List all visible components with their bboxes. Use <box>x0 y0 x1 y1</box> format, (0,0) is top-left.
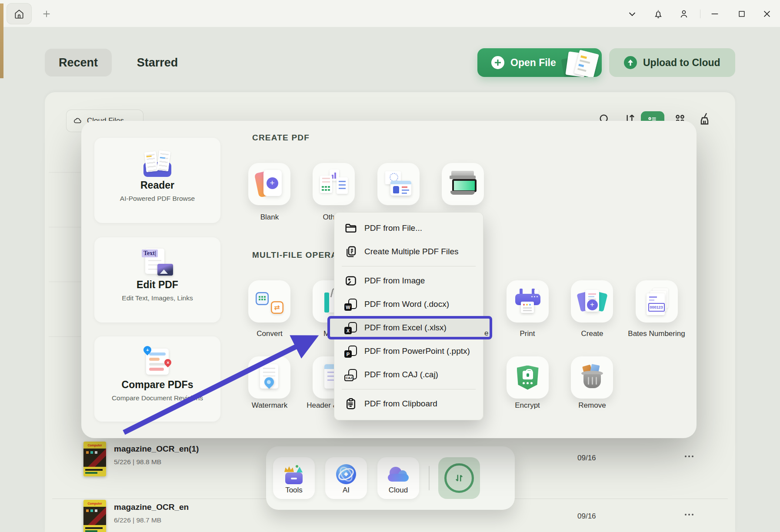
excel-file-icon: X <box>344 321 357 334</box>
list-row-line <box>49 282 81 282</box>
bates-numbering-icon: 000123 <box>643 288 671 315</box>
bates-badge: 000123 <box>648 303 665 312</box>
tab-recent[interactable]: Recent <box>45 49 112 76</box>
menu-item-pdf-from-excel[interactable]: X PDF from Excel (.xlsx) <box>327 316 492 339</box>
menu-item-label: PDF from Image <box>364 276 425 286</box>
list-row-line <box>49 227 81 227</box>
menu-item-create-multiple[interactable]: Create Multiple PDF Files <box>334 240 483 263</box>
menu-item-label: PDF from PowerPoint (.pptx) <box>364 346 470 356</box>
dock-divider <box>429 466 430 490</box>
menu-item-pdf-from-word[interactable]: W PDF from Word (.docx) <box>334 293 483 316</box>
edit-pdf-card[interactable]: Text| Edit PDF Edit Text, Images, Links <box>94 237 220 323</box>
create-tile[interactable]: + <box>571 280 613 323</box>
account-button[interactable] <box>678 8 690 20</box>
folder-icon <box>344 222 357 235</box>
create-others-tile[interactable] <box>313 163 355 205</box>
upload-arrow-icon <box>624 56 637 69</box>
maximize-button[interactable] <box>736 8 748 20</box>
cloud-storage-icon <box>387 466 410 483</box>
minimize-button[interactable] <box>709 8 721 20</box>
create-blank-tile[interactable]: + <box>248 163 290 205</box>
dock-cloud-label: Cloud <box>389 486 408 495</box>
menu-item-pdf-from-clipboard[interactable]: PDF from Clipboard <box>334 392 483 416</box>
home-icon <box>13 8 25 20</box>
menu-item-label: PDF from Excel (.xlsx) <box>364 323 447 332</box>
id-card-icon <box>384 171 413 197</box>
tab-starred[interactable]: Starred <box>127 49 188 76</box>
file-more-button[interactable] <box>682 509 697 520</box>
dock-ai-label: AI <box>343 486 350 495</box>
reader-card[interactable]: Reader AI-Powered PDF Browse <box>94 138 220 223</box>
menu-item-pdf-from-image[interactable]: PDF from Image <box>334 269 483 293</box>
menu-item-pdf-from-file[interactable]: PDF from File... <box>334 216 483 240</box>
remove-label: Remove <box>578 401 606 410</box>
print-label: Print <box>520 329 535 338</box>
encrypt-tile[interactable] <box>507 356 549 399</box>
titlebar <box>0 0 780 27</box>
notifications-button[interactable] <box>652 8 664 20</box>
magazine-cover-title: Computer <box>87 444 102 447</box>
menu-item-label: PDF from File... <box>364 223 422 233</box>
create-pdf-menu: PDF from File... Create Multiple PDF Fil… <box>334 212 483 420</box>
upload-to-cloud-button[interactable]: Upload to Cloud <box>609 48 735 77</box>
blank-document-icon: + <box>257 170 283 199</box>
remove-tile[interactable] <box>571 356 613 399</box>
upload-label: Upload to Cloud <box>643 57 720 69</box>
text-cursor-icon: Text| <box>142 249 158 257</box>
magazine-cover-title: Computer <box>87 502 102 505</box>
image-icon <box>344 274 357 287</box>
file-name[interactable]: magazine_OCR_en <box>114 502 189 512</box>
menu-divider <box>342 389 476 389</box>
menu-item-pdf-from-caj[interactable]: CAJ PDF from CAJ (.caj) <box>334 363 483 386</box>
dock-cloud-button[interactable]: Cloud <box>377 457 419 499</box>
others-documents-icon <box>320 170 348 199</box>
file-name[interactable]: magazine_OCR_en(1) <box>114 444 199 454</box>
edit-pdf-subtitle: Edit Text, Images, Links <box>122 294 193 302</box>
file-date: 09/16 <box>577 454 596 462</box>
window-edge <box>0 3 3 78</box>
cloud-icon <box>73 116 83 126</box>
create-idcard-tile[interactable] <box>377 163 420 205</box>
transfer-button[interactable] <box>438 457 480 499</box>
convert-tile[interactable]: ⇄ <box>248 280 290 323</box>
menu-item-label: Create Multiple PDF Files <box>364 247 458 256</box>
file-meta: 5/226 | 98.8 MB <box>114 458 161 466</box>
dock-ai-button[interactable]: AI <box>325 457 367 499</box>
word-file-icon: W <box>344 298 357 311</box>
encrypt-shield-icon <box>517 366 539 390</box>
clean-broom-icon[interactable] <box>697 111 713 127</box>
home-tab[interactable] <box>7 3 32 24</box>
new-tab-button[interactable] <box>42 9 51 19</box>
blank-label: Blank <box>260 213 279 222</box>
file-more-button[interactable] <box>682 451 697 462</box>
menu-item-pdf-from-powerpoint[interactable]: P PDF from PowerPoint (.pptx) <box>334 339 483 363</box>
file-thumbnail[interactable]: Computer <box>83 442 106 476</box>
scanner-icon <box>449 171 477 198</box>
bates-numbering-tile[interactable]: 000123 <box>636 280 678 323</box>
menu-divider <box>342 266 476 266</box>
dock-tools-button[interactable]: Tools <box>273 457 315 499</box>
caj-file-icon: CAJ <box>344 368 357 381</box>
reader-subtitle: AI-Powered PDF Browse <box>120 195 195 203</box>
file-date: 09/16 <box>577 512 596 521</box>
file-meta: 6/226 | 98.7 MB <box>114 516 161 524</box>
app-window: Recent Starred Open File Upload to Cloud… <box>0 0 780 532</box>
close-button[interactable] <box>761 8 773 20</box>
file-thumbnail[interactable]: Computer <box>83 500 106 532</box>
user-icon <box>679 9 689 19</box>
tools-icon <box>283 465 304 484</box>
covered-label-fragment: e <box>484 329 488 338</box>
titlebar-chevron-button[interactable] <box>626 8 638 20</box>
titlebar-divider <box>700 10 700 18</box>
reader-book-icon <box>142 150 173 177</box>
open-file-label: Open File <box>510 57 556 69</box>
powerpoint-file-icon: P <box>344 345 357 358</box>
encrypt-label: Encrypt <box>515 401 540 410</box>
menu-item-label: PDF from CAJ (.caj) <box>364 370 438 379</box>
print-tile[interactable] <box>507 280 549 323</box>
remove-trash-icon <box>580 365 605 391</box>
create-scanner-tile[interactable] <box>442 163 484 205</box>
ai-icon <box>336 464 356 484</box>
open-file-button[interactable]: Open File <box>477 48 602 77</box>
annotation-arrow <box>114 327 331 440</box>
